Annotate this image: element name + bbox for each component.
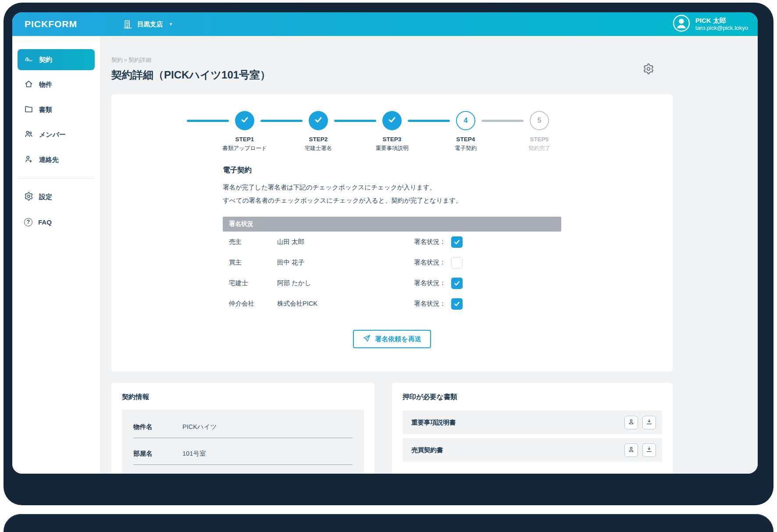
app-window: PICKFORM 目黒支店 ▼: [12, 12, 758, 474]
sidebar-item-label: FAQ: [38, 218, 52, 226]
table-row: 買主 田中 花子 署名状況：: [223, 252, 561, 273]
branch-selector[interactable]: 目黒支店 ▼: [123, 19, 173, 29]
building-icon: [123, 19, 133, 29]
stepper-step: 2 STEP2 宅建士署名: [282, 111, 355, 152]
assignee-button[interactable]: [624, 443, 638, 457]
sidebar-item-documents[interactable]: 書類: [18, 99, 95, 120]
stepper-step: 4 STEP4 電子契約: [429, 111, 503, 152]
sidebar-item-members[interactable]: メンバー: [18, 124, 95, 145]
page-header: 契約＞契約詳細 契約詳細（PICKハイツ101号室）: [111, 56, 673, 82]
check-icon: [388, 115, 396, 126]
sidebar-item-label: 契約: [39, 56, 52, 64]
field-row: 物件名 PICKハイツ: [133, 423, 353, 438]
sign-status-checkbox[interactable]: [451, 278, 463, 289]
esign-card: 1 STEP1 書類アップロード: [111, 94, 673, 371]
esign-description: 署名が完了した署名者は下記のチェックボックスにチェックが入ります。 すべての署名…: [223, 181, 561, 207]
folder-icon: [24, 104, 33, 115]
download-icon: [645, 446, 653, 455]
signature-icon: [24, 54, 33, 65]
stamp-documents-card: 押印が必要な書類 重要事項説明書: [392, 383, 673, 474]
branch-name: 目黒支店: [137, 20, 163, 29]
sign-status-table-header: 署名状況: [223, 217, 561, 232]
send-icon: [363, 334, 371, 344]
sign-status-checkbox[interactable]: [451, 298, 463, 310]
signer-name: 阿部 たかし: [277, 279, 414, 287]
chevron-down-icon: ▼: [169, 22, 173, 26]
home-icon: [24, 79, 33, 90]
step-circle: 5: [530, 111, 549, 130]
download-button[interactable]: [642, 416, 656, 429]
stamp-documents-list: 重要事項説明書: [403, 411, 662, 462]
download-icon: [645, 418, 653, 427]
page-settings-button[interactable]: [642, 63, 655, 76]
user-name: PICK 太郎: [695, 16, 748, 25]
stepper-step: 3 STEP3 重要事項説明: [355, 111, 429, 152]
field-value: PICKハイツ: [182, 423, 217, 431]
sidebar-item-label: 設定: [39, 193, 52, 201]
sidebar-item-properties[interactable]: 物件: [18, 74, 95, 95]
check-icon: [314, 115, 323, 126]
sidebar-item-contracts[interactable]: 契約: [18, 49, 95, 70]
sidebar-item-settings[interactable]: 設定: [18, 186, 95, 207]
sidebar-item-label: メンバー: [39, 131, 66, 139]
step-sublabel: 宅建士署名: [305, 145, 332, 152]
person-icon: [627, 418, 635, 427]
step-label: STEP2: [309, 136, 328, 143]
step-label: STEP1: [235, 136, 254, 143]
person-icon: [627, 446, 635, 455]
page-title: 契約詳細（PICKハイツ101号室）: [111, 68, 673, 82]
step-sublabel: 契約完了: [528, 145, 550, 152]
sidebar-item-label: 書類: [39, 106, 52, 114]
sign-status-label: 署名状況：: [414, 238, 446, 246]
sign-status-label: 署名状況：: [414, 258, 446, 267]
step-circle: 3: [382, 111, 402, 130]
table-row: 売主 山田 太郎 署名状況：: [223, 232, 561, 252]
esign-heading: 電子契約: [223, 165, 561, 175]
topbar: PICKFORM 目黒支店 ▼: [12, 12, 758, 36]
step-sublabel: 重要事項説明: [376, 145, 409, 152]
resend-button-label: 署名依頼を再送: [375, 335, 421, 343]
sign-status-label: 署名状況：: [414, 300, 446, 308]
faq-icon: ?: [24, 218, 32, 226]
sign-status-checkbox[interactable]: [451, 257, 463, 268]
sidebar-item-label: 物件: [39, 81, 52, 89]
table-row: 宅建士 阿部 たかし 署名状況：: [223, 273, 561, 293]
sign-status-checkbox[interactable]: [451, 236, 463, 248]
step-circle: 1: [235, 111, 254, 130]
step-label: STEP5: [530, 136, 549, 143]
breadcrumb[interactable]: 契約＞契約詳細: [111, 56, 673, 64]
field-label: 物件名: [133, 423, 182, 431]
contract-info-fields: 物件名 PICKハイツ 部屋名 101号室: [122, 410, 364, 474]
progress-stepper: 1 STEP1 書類アップロード: [111, 94, 673, 152]
resend-signature-request-button[interactable]: 署名依頼を再送: [353, 330, 431, 348]
sidebar-divider: [18, 178, 94, 179]
user-avatar-icon: [673, 14, 690, 34]
user-menu[interactable]: PICK 太郎 taro.pick@pick.tokyo: [673, 14, 748, 34]
sidebar: 契約 物件: [12, 36, 100, 474]
brand-logo: PICKFORM: [25, 19, 77, 29]
download-button[interactable]: [642, 443, 656, 457]
stepper-step: 1 STEP1 書類アップロード: [208, 111, 282, 152]
step-label: STEP3: [383, 136, 402, 143]
sidebar-item-label: 連絡先: [39, 156, 59, 164]
device-mockup: PICKFORM 目黒支店 ▼: [0, 0, 777, 532]
members-icon: [24, 129, 33, 140]
step-circle: 4: [456, 111, 475, 130]
gear-icon: [24, 192, 33, 202]
sign-status-table: 売主 山田 太郎 署名状況：: [223, 232, 561, 314]
main-content: 契約＞契約詳細 契約詳細（PICKハイツ101号室）: [100, 36, 758, 474]
check-icon: [240, 115, 249, 126]
esign-section: 電子契約 署名が完了した署名者は下記のチェックボックスにチェックが入ります。 す…: [223, 165, 561, 348]
list-item: 売買契約書: [403, 438, 662, 462]
field-row: 部屋名 101号室: [133, 450, 353, 465]
step-circle: 2: [309, 111, 328, 130]
contract-info-card: 契約情報 物件名 PICKハイツ 部屋: [111, 383, 374, 474]
gear-icon: [643, 63, 654, 76]
contract-info-title: 契約情報: [122, 393, 364, 402]
stamp-documents-title: 押印が必要な書類: [403, 393, 662, 402]
assignee-button[interactable]: [624, 416, 638, 429]
sidebar-item-contacts[interactable]: 連絡先: [18, 149, 95, 170]
sidebar-item-faq[interactable]: ? FAQ: [18, 211, 95, 232]
field-value: 101号室: [182, 450, 206, 458]
signer-role: 買主: [229, 258, 277, 267]
